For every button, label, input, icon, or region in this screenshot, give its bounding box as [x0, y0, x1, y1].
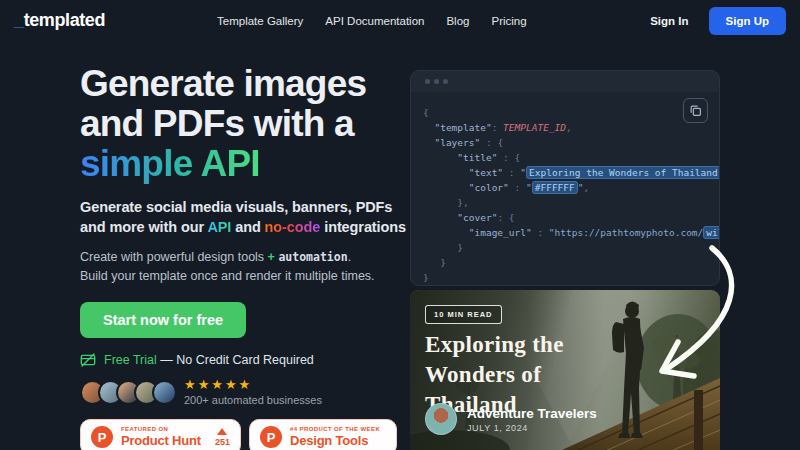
- logo[interactable]: _templated: [14, 10, 105, 31]
- social-proof-row: ★★★★★ 200+ automated businesses: [80, 378, 414, 406]
- copy-icon: [689, 104, 702, 117]
- sign-in-link[interactable]: Sign In: [650, 15, 688, 27]
- rendered-template-card: 10 MIN READ Exploring theWonders ofThail…: [410, 290, 720, 450]
- code-line: }: [423, 255, 719, 270]
- code-line: "image_url" : "https://pathtomyphoto.com…: [423, 225, 719, 240]
- nav-link-api-documentation[interactable]: API Documentation: [325, 15, 424, 27]
- automation-word: automation: [278, 250, 347, 264]
- window-dot: [425, 79, 430, 84]
- top-nav: _templated Template Gallery API Document…: [0, 0, 800, 41]
- card-author-row: Adventure Travelers JULY 1, 2024: [425, 403, 597, 435]
- code-line: "title" : {: [423, 150, 719, 165]
- subhead-api-word: API: [207, 219, 231, 235]
- headline-gradient: simple API: [80, 143, 260, 184]
- free-trial-row: Free Trial — No Credit Card Required: [80, 352, 414, 368]
- code-line: {: [423, 105, 719, 120]
- code-editor-panel: { "template": TEMPLATE_ID, "layers" : { …: [410, 70, 720, 286]
- nav-auth: Sign In Sign Up: [650, 7, 786, 35]
- code-line: }: [423, 270, 719, 285]
- hero-section: Generate images and PDFs with a simple A…: [80, 64, 414, 450]
- nav-link-template-gallery[interactable]: Template Gallery: [217, 15, 303, 27]
- badge-kicker: FEATURED ON: [121, 426, 201, 432]
- headline-line2: and PDFs with a: [80, 103, 354, 144]
- logo-text: templated: [24, 10, 105, 30]
- badge-kicker: #4 PRODUCT OF THE WEEK: [290, 426, 380, 432]
- copy-code-button[interactable]: [683, 98, 708, 123]
- code-snippet: { "template": TEMPLATE_ID, "layers" : { …: [423, 105, 719, 285]
- badges-row: P FEATURED ON Product Hunt 251 P #4 PROD…: [80, 419, 414, 450]
- social-proof-label: 200+ automated businesses: [184, 394, 322, 406]
- nav-links: Template Gallery API Documentation Blog …: [217, 15, 527, 27]
- headline: Generate images and PDFs with a simple A…: [80, 64, 414, 184]
- product-hunt-icon: P: [91, 426, 113, 448]
- subhead-nocode-word: no-code: [265, 219, 321, 235]
- window-controls: [411, 71, 719, 92]
- badge-title: Product Hunt: [121, 433, 201, 448]
- logo-underscore: _: [14, 10, 24, 30]
- code-line: }: [423, 240, 719, 255]
- code-line: "color" : "#FFFFFF",: [423, 180, 719, 195]
- author-name: Adventure Travelers: [467, 406, 597, 421]
- product-hunt-icon: P: [260, 426, 282, 448]
- customer-avatar: [152, 380, 177, 405]
- code-line: "layers" : {: [423, 135, 719, 150]
- upvote-triangle-icon: [217, 428, 227, 435]
- plus-sign: +: [268, 250, 275, 264]
- code-line: "cover": {: [423, 210, 719, 225]
- no-credit-card-icon: [80, 352, 96, 368]
- code-line: "template": TEMPLATE_ID,: [423, 120, 719, 135]
- free-trial-text: Free Trial — No Credit Card Required: [104, 353, 314, 367]
- nav-link-pricing[interactable]: Pricing: [491, 15, 526, 27]
- avatar-group: [80, 380, 170, 405]
- code-line: },: [423, 195, 719, 210]
- sign-up-button[interactable]: Sign Up: [709, 7, 786, 35]
- product-hunt-featured-badge[interactable]: P FEATURED ON Product Hunt 251: [80, 419, 241, 450]
- read-time-badge: 10 MIN READ: [425, 305, 502, 324]
- start-free-button[interactable]: Start now for free: [80, 302, 246, 338]
- upvote-count: 251: [209, 428, 230, 447]
- product-hunt-week-badge[interactable]: P #4 PRODUCT OF THE WEEK Design Tools: [249, 419, 397, 450]
- star-rating: ★★★★★: [184, 378, 322, 392]
- window-dot: [434, 79, 439, 84]
- nav-link-blog[interactable]: Blog: [446, 15, 469, 27]
- badge-title: Design Tools: [290, 433, 380, 448]
- code-line: "text" : "Exploring the Wonders of Thail…: [423, 165, 719, 180]
- window-dot: [443, 79, 448, 84]
- author-avatar: [425, 403, 457, 435]
- subheadline: Generate social media visuals, banners, …: [80, 197, 414, 237]
- publish-date: JULY 1, 2024: [467, 423, 597, 433]
- headline-line1: Generate images: [80, 63, 366, 104]
- description: Create with powerful design tools + auto…: [80, 248, 414, 286]
